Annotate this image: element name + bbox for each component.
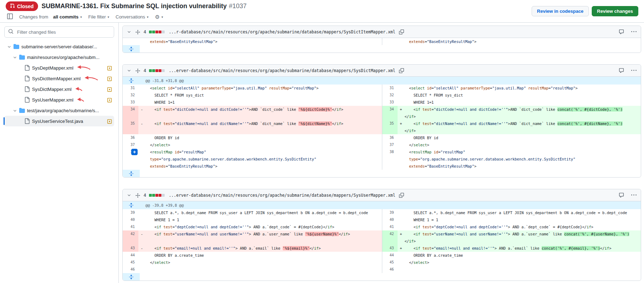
file-tree-toggle-icon [7, 13, 13, 20]
word-diff-highlight: '%${userName}%' [305, 232, 339, 236]
line-number[interactable]: 46 [123, 266, 138, 273]
copy-path-button[interactable] [398, 192, 405, 198]
conversations-dropdown[interactable]: Conversations▾ [115, 13, 149, 20]
line-number[interactable]: 44 [382, 252, 398, 259]
file-tree: submarine-server/server-database/...main… [4, 41, 114, 126]
diff-marker [398, 223, 405, 230]
line-number[interactable]: 34 [123, 106, 138, 120]
pr-files-content: submarine-server/server-database/...main… [0, 23, 644, 283]
expand-diff-button[interactable] [123, 45, 140, 53]
tree-item-sysdictitemmapper-xml[interactable]: SysDictItemMapper.xml [4, 73, 114, 84]
line-number[interactable]: 37 [123, 141, 138, 148]
drag-handle-icon[interactable] [135, 28, 141, 36]
line-number[interactable]: 45 [123, 259, 138, 266]
diff-stat-block-neutral [162, 194, 165, 197]
line-number[interactable]: 42 [123, 230, 138, 245]
tree-item-sysusermapper-xml[interactable]: SysUserMapper.xml [4, 94, 114, 105]
diff-row: 38+ <resultMap id="resultMap" type="org.… [123, 148, 641, 170]
line-number[interactable]: 42 [382, 230, 398, 245]
expand-diff-button[interactable] [123, 273, 140, 281]
copy-path-button[interactable] [398, 67, 405, 74]
diff-row: 4646 [123, 266, 641, 273]
line-number[interactable]: 33 [382, 99, 398, 106]
file-path[interactable]: ...erver-database/src/main/resources/org… [169, 68, 395, 73]
pr-status-label: Closed [17, 4, 34, 9]
diff-file-panel: 4...r-database/src/main/resources/org/ap… [122, 26, 641, 53]
file-tree-toggle-button[interactable] [6, 13, 14, 21]
line-number[interactable]: 34 [382, 106, 398, 120]
line-number[interactable]: 41 [123, 223, 138, 230]
line-number[interactable]: 37 [382, 141, 398, 148]
file-comment-button[interactable] [618, 28, 625, 36]
tree-item-submarine-server-server-database[interactable]: submarine-server/server-database/... [4, 41, 114, 52]
diff-stat-block-add [152, 69, 155, 72]
changes-from-dropdown[interactable]: Changes from all commits▾ [18, 13, 83, 20]
line-number[interactable]: 35 [123, 120, 138, 134]
expand-diff-button[interactable] [123, 170, 140, 177]
tree-item-main-resources-org-apache-subm[interactable]: main/resources/org/apache/subm... [4, 52, 114, 62]
diff-marker: + [138, 148, 145, 170]
word-diff-highlight: '%${dictName}%' [298, 121, 332, 126]
file-comment-button[interactable] [618, 67, 625, 74]
line-number[interactable]: 40 [382, 216, 398, 223]
line-number[interactable] [123, 38, 138, 45]
diff-body: extends="BaseEntityResultMap"> extends="… [123, 38, 641, 53]
review-changes-button[interactable]: Review changes [592, 6, 638, 16]
line-number[interactable]: 41 [382, 223, 398, 230]
file-options-button[interactable] [630, 67, 637, 74]
file-comment-button[interactable] [618, 192, 625, 199]
tree-item-label: SysDeptMapper.xml [32, 65, 73, 71]
line-number[interactable]: 31 [382, 85, 398, 92]
tree-item-sysuserservicetest-java[interactable]: SysUserServiceTest.java [4, 116, 114, 126]
diff-marker: - [138, 230, 145, 245]
collapse-file-button[interactable] [126, 67, 132, 74]
file-options-button[interactable] [630, 192, 637, 199]
diff-row: 44 ORDER BY a.create_time44 ORDER BY a.c… [123, 252, 641, 259]
line-number[interactable] [382, 38, 398, 45]
line-number[interactable]: 43 [382, 245, 398, 252]
line-number[interactable]: 32 [382, 92, 398, 99]
file-modified-icon [107, 65, 112, 71]
folder-icon [19, 54, 25, 60]
diff-marker [138, 259, 145, 266]
collapse-file-button[interactable] [126, 192, 132, 198]
file-path[interactable]: ...r-database/src/main/resources/org/apa… [169, 29, 395, 34]
copy-icon [399, 29, 404, 34]
folder-icon [19, 108, 25, 114]
collapse-file-button[interactable] [126, 28, 132, 35]
add-comment-button[interactable]: + [131, 149, 138, 155]
line-number[interactable]: 40 [123, 216, 138, 223]
file-options-button[interactable] [630, 28, 637, 36]
code-line: <resultMap id="resultMap" type="org.apac… [405, 148, 641, 170]
line-number[interactable]: 32 [123, 92, 138, 99]
line-number[interactable]: 36 [382, 134, 398, 141]
line-number[interactable]: 35 [382, 120, 398, 134]
drag-handle-icon[interactable] [135, 67, 141, 75]
diff-marker [398, 259, 405, 266]
file-filter-dropdown[interactable]: File filter▾ [87, 13, 110, 20]
code-line: <resultMap id="resultMap" type="org.apac… [145, 148, 382, 170]
line-number[interactable]: 36 [123, 134, 138, 141]
line-number[interactable]: 43 [123, 245, 138, 252]
tree-item-sysdictmapper-xml[interactable]: SysDictMapper.xml [4, 84, 114, 94]
diff-marker [138, 92, 145, 99]
copy-path-button[interactable] [398, 28, 405, 35]
line-number[interactable]: 38 [382, 148, 398, 170]
tree-item-sysdeptmapper-xml[interactable]: SysDeptMapper.xml [4, 62, 114, 73]
review-in-codespace-button[interactable]: Review in codespace [532, 6, 589, 16]
expand-hunk-button[interactable] [123, 77, 140, 85]
expand-hunk-button[interactable] [123, 201, 140, 209]
tree-item-test-java-org-apache-submarine-s[interactable]: test/java/org/apache/submarine/s... [4, 105, 114, 116]
line-number[interactable]: 39 [123, 209, 138, 216]
drag-handle-icon[interactable] [135, 191, 141, 199]
line-number[interactable]: 44 [123, 252, 138, 259]
line-number[interactable]: 33 [123, 99, 138, 106]
diff-settings-dropdown[interactable]: ⚙▾ [154, 13, 164, 20]
line-number[interactable]: 31 [123, 85, 138, 92]
search-icon [8, 29, 14, 36]
line-number[interactable]: 39 [382, 209, 398, 216]
file-filter-input[interactable] [16, 29, 110, 35]
line-number[interactable]: 45 [382, 259, 398, 266]
line-number[interactable]: 46 [382, 266, 398, 273]
file-path[interactable]: ...erver-database/src/main/resources/org… [169, 193, 395, 198]
